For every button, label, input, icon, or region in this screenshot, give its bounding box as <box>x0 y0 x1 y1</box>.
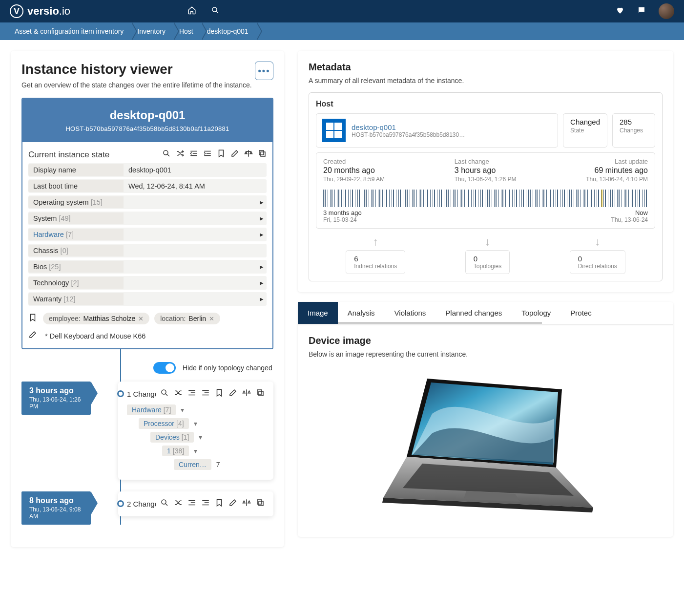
balance-icon[interactable] <box>244 149 253 160</box>
tree-node[interactable]: Processor [4] ▾ <box>139 418 265 429</box>
remove-tag-icon[interactable]: ✕ <box>209 315 214 322</box>
edit-icon[interactable] <box>228 498 237 510</box>
changes-box: 285 Changes <box>612 113 655 148</box>
bookmark-icon[interactable] <box>215 388 224 400</box>
property-row[interactable]: Bios [25]▸ <box>28 260 267 274</box>
timeline-dot <box>117 500 124 507</box>
instance-header: desktop-q001 HOST-b570ba597876a4f35b58bb… <box>22 99 272 142</box>
timeline-dot <box>117 390 124 397</box>
property-row[interactable]: System [49]▸ <box>28 212 267 225</box>
expand-caret-icon[interactable]: ▸ <box>257 214 267 222</box>
relation-item[interactable]: ↑ 6Indirect relations <box>346 235 405 274</box>
expand-caret-icon[interactable]: ▸ <box>257 231 267 238</box>
instance-card: desktop-q001 HOST-b570ba597876a4f35b58bb… <box>21 98 273 349</box>
balance-icon[interactable] <box>242 388 251 400</box>
property-row[interactable]: Hardware [7]▸ <box>28 228 267 241</box>
timeline-badge[interactable]: 8 hours ago Thu, 13-06-24, 9:08 AM <box>21 491 91 525</box>
indent-decrease-icon[interactable] <box>187 388 196 400</box>
svg-rect-5 <box>259 391 263 396</box>
property-label: Warranty [12] <box>28 293 124 305</box>
tree-node[interactable]: Curren… 7 <box>174 459 265 470</box>
more-button[interactable]: ••• <box>255 62 273 80</box>
search-icon[interactable] <box>160 498 169 510</box>
tree-node[interactable]: 1 [38] ▾ <box>162 446 265 456</box>
search-icon[interactable] <box>162 149 171 160</box>
chevron-down-icon[interactable]: ▾ <box>192 447 199 455</box>
tab-protec[interactable]: Protec <box>560 302 601 324</box>
device-image-title: Device image <box>309 335 663 346</box>
tab-analysis[interactable]: Analysis <box>338 302 385 324</box>
breadcrumb-item[interactable]: Asset & configuration item inventory <box>10 22 132 40</box>
logo[interactable]: V versio.io <box>10 4 70 18</box>
user-avatar[interactable] <box>659 3 674 19</box>
expand-caret-icon[interactable]: ▸ <box>257 279 267 287</box>
breadcrumb-item[interactable]: desktop-q001 <box>202 22 257 40</box>
property-row[interactable]: Technology [2]▸ <box>28 276 267 290</box>
copy-icon[interactable] <box>256 388 265 400</box>
timeline-badge[interactable]: 3 hours ago Thu, 13-06-24, 1:26 PM <box>21 382 91 415</box>
chat-icon[interactable] <box>637 6 646 17</box>
edit-icon[interactable] <box>230 149 239 160</box>
chevron-down-icon[interactable]: ▾ <box>197 433 204 441</box>
home-icon[interactable] <box>187 6 196 17</box>
hide-topology-toggle[interactable] <box>153 362 176 374</box>
indent-increase-icon[interactable] <box>201 388 210 400</box>
search-icon[interactable] <box>160 388 169 400</box>
property-value <box>124 249 257 253</box>
property-row[interactable]: Warranty [12]▸ <box>28 292 267 306</box>
tab-image[interactable]: Image <box>298 302 338 324</box>
expand-caret-icon[interactable]: ▸ <box>257 263 267 271</box>
remove-tag-icon[interactable]: ✕ <box>138 315 144 322</box>
state-box: Changed State <box>563 113 607 148</box>
host-box[interactable]: desktop-q001 HOST-b570ba597876a4f35b58bb… <box>316 113 558 148</box>
instance-name: desktop-q001 <box>28 108 267 122</box>
tag[interactable]: employee:Matthias Scholze ✕ <box>43 313 149 324</box>
change-barcode[interactable] <box>323 190 648 207</box>
search-icon[interactable] <box>211 6 220 17</box>
barcode-left-ago: 3 months ago <box>323 209 362 216</box>
indent-decrease-icon[interactable] <box>189 149 198 160</box>
indent-decrease-icon[interactable] <box>187 498 196 510</box>
bookmark-icon[interactable] <box>217 149 226 160</box>
property-value: desktop-q001 <box>124 164 257 176</box>
lastupdate-col: Last update 69 minutes ago Thu, 13-06-24… <box>586 158 648 183</box>
heartbeat-icon[interactable] <box>616 6 624 17</box>
tab-violations[interactable]: Violations <box>385 302 436 324</box>
note-icon <box>28 330 37 341</box>
indent-increase-icon[interactable] <box>203 149 212 160</box>
copy-icon[interactable] <box>256 498 265 510</box>
tree-node[interactable]: Hardware [7] ▾ <box>127 404 265 415</box>
expand-caret-icon[interactable]: ▸ <box>257 198 267 206</box>
tab-topology[interactable]: Topology <box>512 302 560 324</box>
edit-icon[interactable] <box>228 388 237 400</box>
shuffle-icon[interactable] <box>176 149 185 160</box>
change-count: 2 Changes <box>127 500 156 508</box>
shuffle-icon[interactable] <box>174 498 183 510</box>
current-state-title: Current instance state <box>28 150 109 160</box>
tag[interactable]: location:Berlin ✕ <box>154 313 220 324</box>
property-row[interactable]: Operating system [15]▸ <box>28 195 267 209</box>
indent-increase-icon[interactable] <box>201 498 210 510</box>
chevron-down-icon[interactable]: ▾ <box>179 406 186 414</box>
breadcrumb-item[interactable]: Inventory <box>132 22 174 40</box>
balance-icon[interactable] <box>242 498 251 510</box>
created-col: Created 20 months ago Thu, 29-09-22, 8:5… <box>323 158 385 183</box>
host-name: desktop-q001 <box>352 123 465 131</box>
property-row: Chassis [0] <box>28 244 267 257</box>
relation-item[interactable]: ↓ 0Direct relations <box>570 235 625 274</box>
copy-icon[interactable] <box>258 149 267 160</box>
property-row: Display namedesktop-q001 <box>28 163 267 177</box>
arrow-down-icon: ↓ <box>465 235 510 248</box>
relation-item[interactable]: ↓ 0Topologies <box>465 235 510 274</box>
tab-planned-changes[interactable]: Planned changes <box>435 302 512 324</box>
shuffle-icon[interactable] <box>174 388 183 400</box>
tree-node[interactable]: Devices [1] ▾ <box>150 432 265 443</box>
property-value <box>124 265 257 269</box>
bookmark-icon[interactable] <box>215 498 224 510</box>
property-label: Hardware [7] <box>28 229 124 240</box>
metadata-subtitle: A summary of all relevant metadata of th… <box>309 77 663 85</box>
expand-caret-icon[interactable]: ▸ <box>257 295 267 303</box>
chevron-down-icon[interactable]: ▾ <box>192 420 199 427</box>
metadata-times: Created 20 months ago Thu, 29-09-22, 8:5… <box>316 152 655 229</box>
property-value <box>124 233 257 236</box>
